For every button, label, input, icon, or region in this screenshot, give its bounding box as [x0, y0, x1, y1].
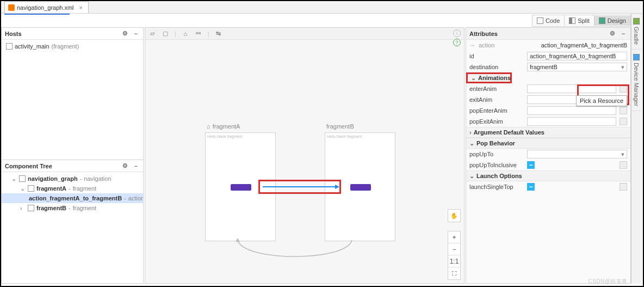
attr-destination-row: destination fragmentB: [466, 62, 630, 72]
action-arrow-icon: →: [469, 42, 475, 48]
attr-launch-single-top: launchSingleTop −: [466, 181, 630, 192]
gear-icon[interactable]: ⚙: [609, 30, 616, 38]
tab-device-manager[interactable]: Device Manager: [631, 50, 641, 111]
tab-filename: navigation_graph.xml: [17, 4, 74, 11]
collapse-icon[interactable]: −: [620, 30, 627, 38]
attr-pop-up-to: popUpTo: [466, 149, 630, 160]
pick-resource-button[interactable]: [620, 183, 627, 191]
chevron-down-icon: ⌄: [469, 173, 474, 180]
attr-id-row: id action_fragmentA_to_fragmentB: [466, 51, 630, 62]
canvas-toolbar: ▱ ▢ | ⌂ ⚯ | ↹: [145, 28, 464, 40]
gear-icon[interactable]: ⚙: [121, 30, 129, 38]
tab-gradle[interactable]: Gradle: [631, 14, 641, 50]
return-curve: [227, 240, 363, 262]
right-tool-sidebar: Gradle Device Manager: [631, 14, 643, 284]
section-pop-behavior[interactable]: ⌄ Pop Behavior: [466, 138, 630, 149]
tree-fragment-b[interactable]: › fragmentB - fragment: [2, 203, 143, 213]
layout-file-icon: [6, 43, 13, 50]
hosts-item[interactable]: activity_main (fragment): [2, 41, 143, 51]
pop-enter-anim-field[interactable]: [527, 106, 616, 115]
checkbox-indeterminate[interactable]: −: [527, 161, 535, 169]
id-field[interactable]: action_fragmentA_to_fragmentB: [527, 52, 627, 60]
chevron-down-icon: ⌄: [469, 140, 474, 147]
pop-up-to-dropdown[interactable]: [527, 150, 627, 158]
component-tree-title: Component Tree: [5, 163, 52, 169]
chevron-right-icon: ›: [469, 129, 472, 136]
component-tree-header: Component Tree ⚙ −: [2, 160, 143, 172]
section-launch-options[interactable]: ⌄ Launch Options: [466, 170, 630, 181]
tooltip-pick-resource: Pick a Resource: [576, 95, 627, 106]
nav-design-canvas[interactable]: ▱ ▢ | ⌂ ⚯ | ↹ i ? ⌂fragmentA Hello blank…: [145, 27, 465, 284]
home-icon[interactable]: ⌂: [182, 30, 189, 38]
hosts-item-name: activity_main: [15, 43, 49, 50]
auto-arrange-icon[interactable]: ↹: [215, 30, 222, 38]
mode-split[interactable]: Split: [564, 16, 593, 26]
attributes-panel-header: Attributes ⚙ −: [466, 28, 630, 40]
fragment-content-text: Hello blank fragment: [206, 133, 275, 140]
xml-file-icon: [8, 4, 15, 11]
destination-dropdown[interactable]: fragmentB: [527, 63, 627, 71]
pick-resource-button[interactable]: [620, 85, 627, 93]
attr-pop-exit-anim: popExitAnim: [466, 116, 630, 127]
section-arg-defaults[interactable]: › Argument Default Values: [466, 127, 630, 138]
chevron-right-icon[interactable]: ›: [20, 205, 26, 211]
nav-button-a: [231, 184, 251, 191]
add-destination-icon[interactable]: ▱: [148, 30, 156, 38]
design-icon: [599, 17, 605, 24]
editor-tab[interactable]: navigation_graph.xml ×: [4, 1, 89, 13]
attr-pop-up-to-inclusive: popUpToInclusive −: [466, 160, 630, 170]
selected-element-name: action_fragmentA_to_fragmentB: [541, 42, 627, 48]
selected-element-row: → action action_fragmentA_to_fragmentB: [466, 40, 630, 51]
nav-graph-icon: [19, 175, 26, 182]
info-icon[interactable]: i: [453, 29, 461, 37]
attributes-title: Attributes: [469, 30, 498, 37]
enter-anim-field[interactable]: [527, 84, 616, 93]
chevron-down-icon: ⌄: [471, 75, 476, 82]
split-icon: [569, 17, 575, 24]
pop-exit-anim-field[interactable]: [527, 117, 616, 126]
device-icon: [633, 54, 640, 60]
nested-graph-icon[interactable]: ▢: [162, 30, 169, 38]
action-arrow-highlight[interactable]: [258, 180, 341, 194]
gradle-icon: [633, 18, 640, 25]
zoom-controls: + − 1:1 ⛶: [448, 231, 461, 280]
zoom-reset-button[interactable]: 1:1: [448, 255, 460, 267]
home-icon: ⌂: [207, 123, 210, 130]
fragment-icon: [28, 205, 34, 211]
hosts-title: Hosts: [5, 30, 22, 37]
section-animations[interactable]: ⌄ Animations: [466, 72, 512, 83]
tab-active-indicator: [4, 14, 70, 15]
pick-resource-button[interactable]: [620, 107, 627, 114]
fragment-icon: [28, 185, 34, 192]
chevron-down-icon[interactable]: ⌄: [20, 185, 26, 192]
attr-enter-anim: enterAnim: [466, 83, 630, 94]
hosts-panel-header: Hosts ⚙ −: [2, 28, 143, 40]
collapse-icon[interactable]: −: [132, 30, 140, 38]
mode-design[interactable]: Design: [594, 16, 630, 26]
link-icon[interactable]: ⚯: [195, 30, 202, 38]
attr-pop-enter-anim: popEnterAnim: [466, 105, 630, 116]
watermark-text: CSDN@韩某希: [589, 278, 628, 285]
hosts-item-suffix: (fragment): [52, 43, 79, 50]
zoom-out-button[interactable]: −: [448, 243, 460, 255]
pick-resource-button[interactable]: [620, 161, 627, 169]
code-icon: [537, 17, 543, 24]
zoom-in-button[interactable]: +: [448, 231, 460, 243]
pick-resource-button[interactable]: [620, 118, 627, 125]
tree-fragment-a[interactable]: ⌄ fragmentA - fragment: [2, 184, 143, 193]
tree-nav-root[interactable]: ⌄ navigation_graph - navigation: [2, 174, 143, 184]
collapse-icon[interactable]: −: [132, 162, 140, 170]
close-icon[interactable]: ×: [79, 4, 83, 11]
chevron-down-icon[interactable]: ⌄: [11, 175, 17, 182]
pan-tool-icon[interactable]: ✋: [448, 209, 461, 222]
view-mode-switcher: Code Split Design: [532, 15, 631, 27]
tree-action-selected[interactable]: action_fragmentA_to_fragmentB - action: [2, 193, 143, 203]
checkbox-indeterminate[interactable]: −: [527, 183, 535, 191]
fragment-content-text: Hello blank fragment: [325, 133, 395, 140]
mode-code[interactable]: Code: [532, 16, 564, 26]
gear-icon[interactable]: ⚙: [121, 162, 129, 170]
nav-button-b: [350, 184, 371, 191]
zoom-fit-button[interactable]: ⛶: [448, 267, 460, 279]
